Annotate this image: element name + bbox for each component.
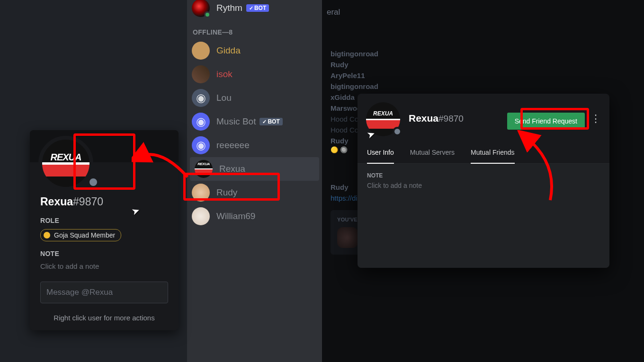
bot-badge: BOT	[246, 4, 269, 12]
popout-hint: Right click user for more actions	[30, 307, 179, 322]
member-name: isok	[216, 69, 233, 79]
member-list: Rythm BOT OFFLINE—8 GiddaisokLouMusic Bo…	[187, 0, 322, 362]
modal-discrim: #9870	[438, 114, 464, 124]
tab-user-info[interactable]: User Info	[367, 149, 394, 164]
modal-username: Rexua#9870	[400, 102, 507, 124]
note-title: NOTE	[40, 250, 168, 257]
member-row-rythm[interactable]: Rythm BOT	[187, 0, 322, 20]
send-friend-request-button[interactable]: Send Friend Request	[507, 113, 585, 130]
popout-role-section: ROLE Goja Squad Member	[30, 208, 179, 241]
avatar	[192, 65, 210, 83]
popout-discrim: #9870	[73, 195, 103, 208]
member-row-rexua[interactable]: Rexua	[190, 157, 319, 181]
tab-mutual-servers[interactable]: Mutual Servers	[410, 149, 455, 164]
chat-message: AryPele11	[322, 70, 644, 81]
status-online-icon	[204, 11, 211, 18]
role-title: ROLE	[40, 217, 168, 224]
member-row-music-bot[interactable]: Music BotBOT	[187, 110, 322, 133]
member-row-rudy[interactable]: Rudy	[187, 181, 322, 204]
avatar	[192, 136, 210, 154]
avatar-rythm	[192, 0, 210, 17]
member-name: Gidda	[216, 45, 241, 56]
avatar	[195, 160, 213, 178]
bot-badge: BOT	[259, 118, 282, 125]
more-options-button[interactable]: ⋮	[585, 102, 601, 125]
user-popout: Rexua#9870 ROLE Goja Squad Member NOTE C…	[30, 130, 179, 330]
member-name: Lou	[216, 93, 232, 103]
member-row-isok[interactable]: isok	[187, 62, 322, 86]
date-divider	[322, 25, 644, 48]
modal-note-placeholder[interactable]: Click to add a note	[367, 182, 600, 189]
profile-modal: Rexua#9870 Send Friend Request ⋮ User In…	[358, 94, 609, 268]
message-input[interactable]	[40, 282, 168, 303]
invite-server-icon	[337, 227, 358, 248]
popout-avatar[interactable]	[38, 136, 93, 191]
offline-section-header: OFFLINE—8	[187, 20, 322, 39]
member-name: Rudy	[216, 187, 237, 198]
modal-note-label: NOTE	[367, 172, 600, 179]
member-row-gidda[interactable]: Gidda	[187, 39, 322, 62]
role-name: Goja Squad Member	[54, 231, 115, 239]
avatar	[192, 42, 210, 60]
channel-header: eral	[322, 0, 644, 25]
popout-message-wrap	[30, 270, 179, 307]
modal-tabs: User InfoMutual ServersMutual Friends	[358, 136, 609, 164]
chat-message: bigtingonroad	[322, 81, 644, 92]
member-row-william69[interactable]: William69	[187, 204, 322, 228]
status-offline-icon	[87, 176, 100, 189]
member-name: William69	[216, 211, 255, 221]
member-name: Rythm	[216, 3, 242, 13]
member-name: Rexua	[219, 164, 245, 174]
avatar	[192, 207, 210, 225]
role-color-dot	[44, 232, 50, 238]
note-placeholder[interactable]: Click to add a note	[40, 262, 168, 270]
role-pill[interactable]: Goja Squad Member	[40, 229, 121, 241]
popout-avatar-wrap	[30, 136, 96, 191]
tab-mutual-friends[interactable]: Mutual Friends	[471, 149, 515, 164]
avatar	[192, 89, 210, 107]
popout-username: Rexua#9870	[30, 191, 179, 208]
chat-message: bigtingonroad	[322, 48, 644, 59]
popout-name: Rexua	[40, 195, 73, 208]
popout-note-section: NOTE Click to add a note	[30, 241, 179, 270]
modal-name: Rexua	[409, 113, 438, 124]
member-row-lou[interactable]: Lou	[187, 86, 322, 110]
member-name: reeeeee	[216, 140, 250, 150]
member-row-reeeeee[interactable]: reeeeee	[187, 133, 322, 157]
modal-avatar-wrap	[366, 102, 400, 136]
avatar	[192, 184, 210, 202]
status-offline-icon	[393, 127, 402, 136]
avatar	[192, 113, 210, 131]
member-name: Music Bot	[216, 116, 256, 127]
chat-message: Rudy	[322, 59, 644, 70]
